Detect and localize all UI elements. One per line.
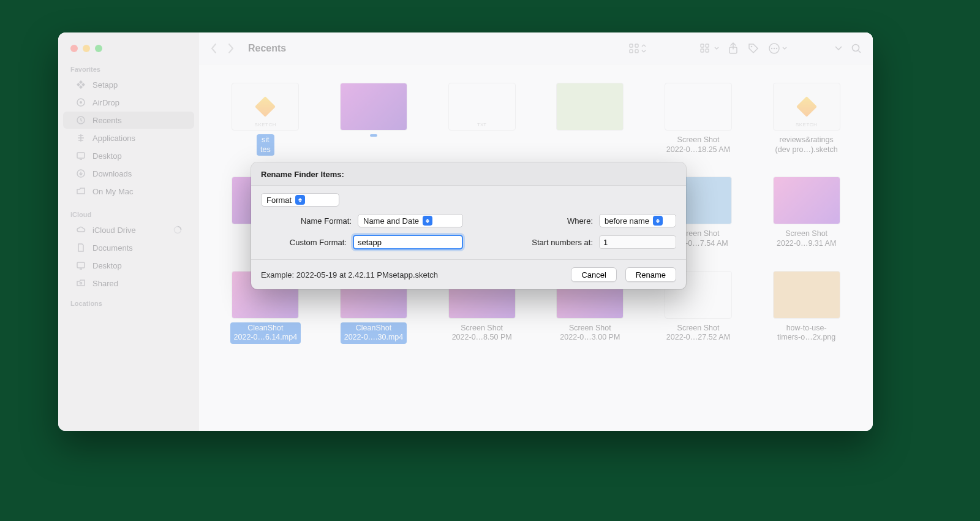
custom-format-label: Custom Format: [290, 238, 347, 247]
mode-select-value: Format [266, 196, 292, 205]
name-format-value: Name and Date [363, 216, 419, 226]
updown-icon [423, 216, 432, 226]
updown-icon [295, 195, 305, 205]
dialog-title: Rename Finder Items: [251, 162, 686, 186]
rename-dialog: Rename Finder Items: Format Name Format:… [251, 162, 686, 289]
mode-select[interactable]: Format [261, 193, 339, 207]
cancel-button[interactable]: Cancel [571, 267, 616, 282]
where-select[interactable]: before name [599, 214, 676, 227]
where-value: before name [605, 216, 649, 226]
name-format-label: Name Format: [301, 216, 352, 226]
example-text: Example: 2022-05-19 at 2.42.11 PMsetapp.… [261, 270, 562, 280]
start-numbers-input[interactable] [599, 235, 676, 249]
start-numbers-label: Start numbers at: [532, 238, 593, 247]
where-label: Where: [567, 216, 593, 226]
updown-icon [653, 216, 663, 226]
custom-format-input[interactable] [353, 235, 463, 249]
rename-button[interactable]: Rename [625, 267, 676, 282]
name-format-select[interactable]: Name and Date [358, 214, 463, 227]
